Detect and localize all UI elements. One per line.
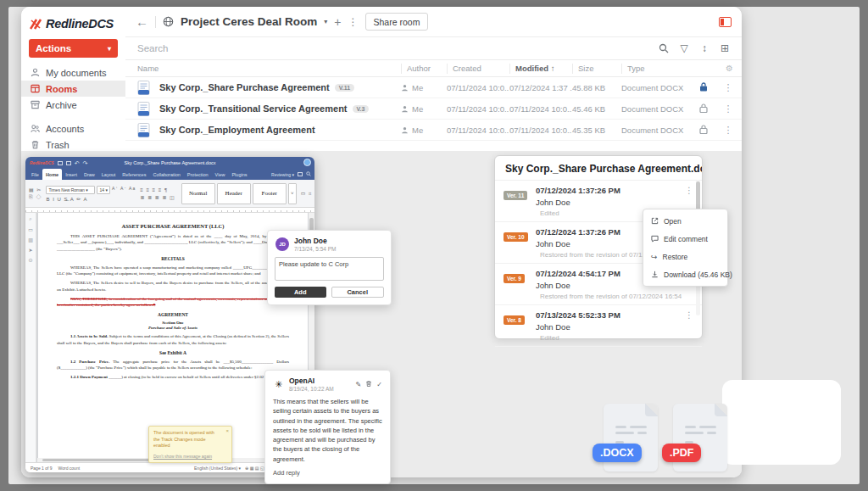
cancel-button[interactable]: Cancel [331, 287, 385, 298]
version-panel-title: Sky Corp._Share Purchase Agreement.docx [495, 156, 702, 181]
word-count[interactable]: Word count [58, 466, 80, 471]
docx-badge[interactable]: .DOCX [593, 444, 642, 462]
user-icon [401, 105, 409, 113]
lock-icon[interactable] [699, 80, 718, 95]
lock-icon[interactable] [699, 101, 718, 116]
page-indicator[interactable]: Page 1 of 9 [31, 466, 53, 471]
reviewing-mode-dropdown[interactable]: Reviewing ▾ [271, 172, 294, 177]
row-menu-button[interactable]: ⋮ [718, 103, 738, 114]
search-icon[interactable] [654, 40, 674, 57]
resolve-icon[interactable]: ✓ [376, 381, 382, 388]
language-select[interactable]: English (United States) ▾ [194, 466, 241, 471]
search-input[interactable] [137, 43, 654, 53]
share-room-button[interactable]: Share room [365, 13, 429, 31]
menu-item-download[interactable]: Download (45.46 KB) [643, 265, 727, 283]
clipboard-icons[interactable]: ▤ ✂ [29, 187, 42, 192]
style-header[interactable]: Header [217, 183, 251, 204]
delete-icon[interactable] [365, 380, 372, 389]
docx-file-preview[interactable]: .DOCX [604, 404, 658, 471]
editor-search-icon[interactable] [306, 171, 311, 177]
dont-show-again-link[interactable]: Don't show this message again [153, 454, 227, 459]
grid-view-icon[interactable]: ⊞ [715, 40, 735, 57]
add-reply-link[interactable]: Add reply [265, 464, 390, 483]
rail-comments-icon[interactable]: ▭ [28, 226, 33, 232]
edit-icon[interactable]: ✎ [356, 381, 362, 388]
rail-about-icon[interactable]: ⊙ [28, 257, 32, 263]
tab-plugins[interactable]: Plugins [228, 169, 250, 180]
print-icon[interactable] [66, 161, 71, 165]
paragraph-icons[interactable]: ≣ ≣ ≣ ≣ ◫ [140, 194, 175, 200]
tab-protection[interactable]: Protection [184, 169, 212, 180]
row-menu-button[interactable]: ⋮ [718, 82, 738, 93]
menu-item-open[interactable]: Open [643, 212, 727, 230]
column-type[interactable]: Type [621, 64, 699, 74]
tab-collaboration[interactable]: Collaboration [149, 169, 183, 180]
style-normal[interactable]: Normal [181, 183, 215, 204]
tab-references[interactable]: References [119, 169, 149, 180]
track-changes-tooltip: The document is opened with the Track Ch… [148, 426, 232, 463]
font-name-select[interactable]: Times New Roman ▾ [46, 186, 95, 194]
version-badge: Ver. 11 [504, 191, 527, 200]
table-row[interactable]: Sky Corp._Employment Agreement Me 07/11/… [125, 120, 742, 141]
undo-icon[interactable]: ↶ [75, 160, 80, 166]
column-size[interactable]: Size [572, 64, 621, 74]
rail-feedback-icon[interactable]: ➤ [28, 247, 32, 253]
version-menu-button[interactable]: ⋮ [683, 310, 695, 342]
rail-headings-icon[interactable]: ▥ [28, 237, 33, 243]
version-entry[interactable]: Ver. 8 07/13/2024 5:52:33 PM John Doe Ed… [495, 305, 702, 347]
chevron-down-icon[interactable]: ▾ [324, 18, 327, 25]
rail-search-icon[interactable]: ⌕ [29, 216, 31, 222]
close-icon[interactable]: × [225, 428, 229, 433]
more-options-button[interactable]: ⋮ [348, 17, 359, 27]
panel-icon[interactable] [298, 172, 303, 176]
panel-toggle-icon[interactable] [719, 17, 732, 27]
font-size-select[interactable]: 14 ▾ [97, 186, 109, 194]
pdf-badge[interactable]: .PDF [662, 444, 701, 462]
sidebar-item-archive[interactable]: Archive [21, 97, 125, 113]
column-name[interactable]: Name [137, 64, 401, 74]
column-created[interactable]: Created [447, 64, 509, 74]
user-icon [401, 84, 409, 92]
tab-file[interactable]: File [28, 169, 42, 180]
table-row[interactable]: Sky Corp._Transitional Service Agreement… [125, 98, 742, 120]
column-author[interactable]: Author [401, 64, 447, 74]
tab-view[interactable]: View [212, 169, 229, 180]
sidebar: RedlineDCS Actions ▾ My documents Rooms … [21, 7, 125, 151]
copy-icons[interactable]: ⎘ ◇ [29, 194, 42, 200]
sidebar-item-my-documents[interactable]: My documents [21, 64, 125, 81]
add-button[interactable]: + [334, 16, 341, 28]
comment-input[interactable]: Please update to C Corp [275, 257, 384, 281]
user-avatar[interactable] [303, 159, 311, 166]
redo-icon[interactable]: ↷ [83, 160, 88, 166]
app-logo[interactable]: RedlineDCS [21, 7, 125, 31]
tab-insert[interactable]: Insert [62, 169, 81, 180]
toolbar-right-icons[interactable]: ▭ ⌗ [301, 190, 313, 197]
tab-home[interactable]: Home [42, 169, 62, 180]
format-icons[interactable]: B I U S̶ A ✏ A [46, 196, 136, 202]
menu-item-edit-comment[interactable]: Edit comment [643, 230, 727, 248]
gear-icon[interactable]: ⚙ [699, 64, 738, 74]
archive-icon [31, 100, 40, 109]
column-modified[interactable]: Modified ↑ [509, 64, 572, 74]
pdf-file-preview[interactable]: .PDF [673, 404, 727, 471]
table-row[interactable]: Sky Corp._Share Purchase AgreementV.11 M… [125, 77, 742, 98]
font-size-icons[interactable]: A⁺ A⁻ Aa [112, 186, 136, 194]
style-gallery-caret[interactable]: ˅ [288, 183, 297, 204]
actions-button[interactable]: Actions ▾ [29, 39, 118, 58]
menu-item-restore[interactable]: ↪ Restore [643, 248, 727, 265]
add-comment-button[interactable]: Add [275, 287, 326, 298]
sort-icon[interactable]: ↕ [694, 40, 715, 57]
save-icon[interactable] [58, 161, 63, 165]
filter-icon[interactable]: ▽ [674, 40, 694, 57]
room-title[interactable]: Project Ceres Deal Room [181, 15, 317, 28]
sidebar-item-accounts[interactable]: Accounts [21, 120, 125, 137]
version-badge: V.3 [353, 105, 370, 113]
lock-icon[interactable] [699, 122, 718, 137]
back-button[interactable]: ← [136, 14, 148, 29]
tab-layout[interactable]: Layout [98, 169, 120, 180]
tab-draw[interactable]: Draw [81, 169, 98, 180]
sidebar-item-rooms[interactable]: Rooms [21, 81, 125, 97]
row-menu-button[interactable]: ⋮ [718, 125, 738, 136]
list-align-icons[interactable]: ≡ ≡ ≡ ≡ ¶ [140, 187, 175, 192]
style-footer[interactable]: Footer [253, 183, 287, 204]
